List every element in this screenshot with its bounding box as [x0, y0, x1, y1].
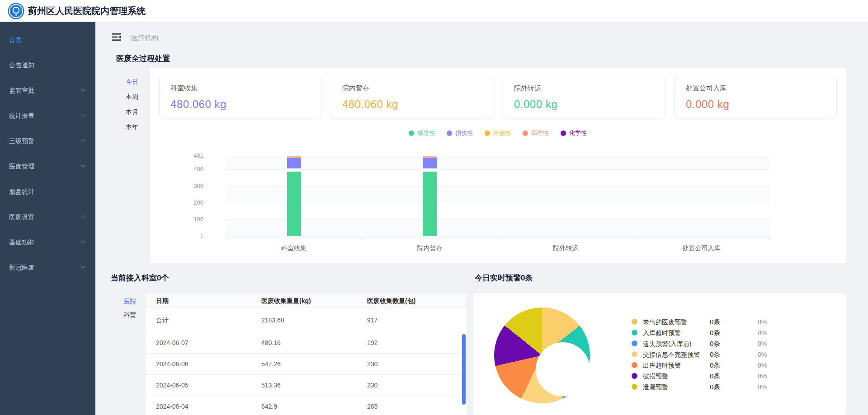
- time-tab-3[interactable]: 本月: [126, 108, 138, 117]
- departments-panel: 日期医废收集重量(kg)医废收集数量(包) 合计2183.689172024-0…: [146, 294, 467, 415]
- y-axis-tick: 300: [176, 182, 203, 189]
- sidebar-item-5[interactable]: 三级预警: [0, 128, 95, 154]
- page-title: 医废全过程处置: [116, 53, 170, 64]
- alert-count: 0条: [710, 340, 720, 348]
- chart-legend: 感染性损伤性药物性病理性化学性: [150, 129, 846, 137]
- stat-card-label: 院内暂存: [342, 84, 482, 93]
- bar-segment: [287, 172, 301, 236]
- bar-segment: [287, 168, 301, 172]
- sidebar-menu: 首页公告通知监管审批统计报表三级预警医废管理胎盘统计医废设置基础功能新冠医废: [0, 22, 95, 415]
- bar-segment: [423, 172, 437, 236]
- legend-label: 损伤性: [455, 129, 473, 137]
- sidebar-item-10[interactable]: 新冠医废: [0, 255, 95, 280]
- dept-tab-1[interactable]: 医院: [123, 298, 136, 306]
- legend-item-2[interactable]: 损伤性: [447, 129, 473, 137]
- bar-segment: [423, 158, 437, 168]
- alert-legend-row: 入库超时预警0条0%: [473, 329, 846, 337]
- column-header: 日期: [156, 294, 169, 308]
- sidebar-item-label: 胎盘统计: [9, 188, 34, 195]
- sidebar-item-label: 公告通知: [9, 61, 34, 69]
- alert-legend-row: 遗失预警(入库前)0条0%: [473, 340, 846, 348]
- alert-label: 出库超时预警: [643, 361, 681, 369]
- sidebar-item-label: 医废设置: [9, 213, 34, 220]
- legend-item-3[interactable]: 药物性: [485, 129, 511, 137]
- table-cell: 2024-06-05: [156, 375, 189, 396]
- chart-stripe: [226, 186, 769, 203]
- gridline: [226, 236, 769, 237]
- app-root: 蓟州区人民医院院内管理系统 蓟州区人民医院 0 首页公告通知监管审批统计报表三级…: [0, 0, 868, 415]
- time-tab-1[interactable]: 今日: [126, 78, 138, 86]
- x-axis-category-label: 院外转运: [516, 244, 615, 252]
- chevron-down-icon: [81, 214, 85, 218]
- alert-percent: 0%: [758, 361, 767, 369]
- table-cell: 2024-06-04: [156, 396, 189, 415]
- alert-legend-dot: [632, 384, 637, 390]
- alert-legend-dot: [632, 340, 637, 346]
- sidebar-item-7[interactable]: 胎盘统计: [0, 179, 95, 204]
- column-header: 医废收集数量(包): [367, 294, 415, 308]
- sidebar-item-2[interactable]: 公告通知: [0, 52, 95, 78]
- table-header: 日期医废收集重量(kg)医废收集数量(包): [146, 294, 467, 308]
- alert-count: 0条: [710, 372, 720, 380]
- sidebar-item-1[interactable]: 首页: [0, 27, 95, 52]
- alert-legend-row: 未出的医废预警0条0%: [473, 318, 846, 326]
- legend-label: 感染性: [417, 129, 435, 137]
- sidebar-item-label: 监管审批: [9, 87, 34, 94]
- table-cell: 230: [367, 354, 377, 375]
- legend-item-5[interactable]: 化学性: [561, 129, 587, 137]
- chevron-down-icon: [81, 163, 85, 168]
- alert-legend-row: 泄漏预警0条0%: [473, 383, 846, 391]
- time-tab-2[interactable]: 本周: [126, 93, 138, 101]
- table-cell: 642.9: [261, 396, 277, 415]
- sidebar-item-label: 基础功能: [9, 238, 34, 246]
- time-tab-4[interactable]: 本年: [126, 123, 138, 131]
- alert-legend-dot: [632, 373, 637, 379]
- sidebar-item-3[interactable]: 监管审批: [0, 78, 95, 103]
- sidebar-item-4[interactable]: 统计报表: [0, 103, 95, 128]
- legend-item-1[interactable]: 感染性: [409, 129, 435, 137]
- chart-stripe: [226, 156, 769, 169]
- x-axis-tick: [498, 238, 498, 240]
- table-row: 合计2183.68917: [146, 308, 467, 332]
- legend-label: 药物性: [493, 129, 511, 137]
- table-cell: 2024-06-06: [156, 354, 189, 375]
- y-axis-tick: 100: [176, 216, 203, 223]
- sidebar-item-6[interactable]: 医废管理: [0, 154, 95, 179]
- breadcrumb[interactable]: 医疗机构: [131, 34, 158, 42]
- alert-percent: 0%: [758, 383, 767, 391]
- alert-label: 破损预警: [643, 372, 668, 380]
- legend-item-4[interactable]: 病理性: [523, 129, 549, 137]
- table-row: 2024-06-06547.26230: [146, 354, 467, 375]
- app-header: 蓟州区人民医院院内管理系统 蓟州区人民医院 0: [0, 0, 868, 22]
- alert-percent: 0%: [758, 372, 767, 380]
- sidebar-item-9[interactable]: 基础功能: [0, 229, 95, 255]
- sidebar-item-label: 新冠医废: [9, 264, 34, 271]
- y-axis-tick: 1: [176, 233, 203, 239]
- stat-card-label: 院外转运: [514, 84, 654, 93]
- alert-count: 0条: [710, 361, 720, 369]
- x-axis-category-label: 处置公司入库: [652, 244, 751, 252]
- table-cell: 917: [367, 308, 377, 332]
- bar-segment: [287, 156, 301, 158]
- menu-fold-icon[interactable]: [112, 33, 121, 41]
- table-scrollbar-thumb[interactable]: [462, 334, 466, 405]
- bar-segment: [287, 158, 301, 168]
- chevron-down-icon: [81, 264, 85, 269]
- hospital-logo-icon: [8, 3, 24, 19]
- alert-legend-dot: [632, 362, 637, 368]
- dept-tab-2[interactable]: 科室: [123, 311, 136, 319]
- alert-legend-dot: [632, 319, 637, 325]
- alert-count: 0条: [710, 350, 720, 359]
- chevron-down-icon: [81, 87, 85, 92]
- stat-card-2: 院内暂存480.060 kg: [331, 76, 493, 118]
- stat-card-4: 处置公司入库0.000 kg: [675, 76, 837, 118]
- gridline: [226, 169, 769, 170]
- x-axis-tick: [226, 238, 226, 240]
- sidebar-item-8[interactable]: 医废设置: [0, 204, 95, 229]
- gridline: [226, 156, 769, 156]
- x-axis-category-label: 科室收集: [244, 244, 344, 252]
- stat-card-label: 处置公司入库: [686, 84, 826, 93]
- alert-percent: 0%: [758, 318, 767, 326]
- chevron-down-icon: [81, 138, 85, 142]
- stat-card-value: 480.060 kg: [170, 98, 310, 111]
